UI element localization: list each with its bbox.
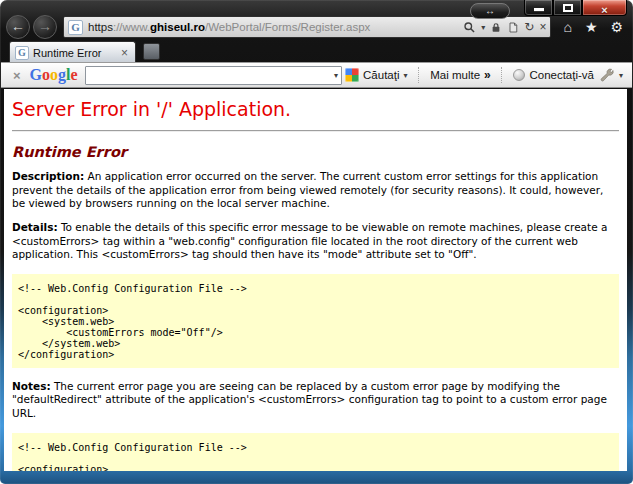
details-paragraph: Details: To enable the details of this s…	[12, 221, 619, 262]
maximize-icon	[563, 4, 573, 12]
search-icon[interactable]	[463, 21, 476, 34]
sign-in-label: Conectaţi-vă	[529, 69, 594, 81]
account-sphere-icon	[513, 69, 525, 81]
sign-in-button[interactable]: Conectaţi-vă	[513, 69, 594, 81]
description-label: Description:	[12, 170, 84, 182]
address-bar[interactable]: G https://www.ghiseul.ro/WebPortal/Forms…	[63, 16, 551, 38]
logo-letter: o	[42, 66, 50, 83]
url-scheme: https	[88, 21, 113, 33]
refresh-icon[interactable]: ↻	[524, 21, 534, 33]
browser-action-icons: ⌂ ★ ⚙	[563, 19, 623, 35]
resize-arrows-icon: ↔	[485, 5, 495, 16]
toolbar-settings-button[interactable]: ▾	[600, 68, 623, 83]
wrench-icon	[600, 68, 615, 83]
lock-icon	[490, 21, 502, 34]
google-logo[interactable]: Google	[30, 66, 78, 84]
search-dropdown-icon[interactable]: ▾	[481, 23, 485, 32]
stop-icon[interactable]: ×	[539, 21, 546, 33]
details-label: Details:	[12, 221, 58, 233]
more-button-label: Mai multe	[430, 69, 480, 81]
logo-letter: G	[30, 66, 42, 83]
url-text[interactable]: https://www.ghiseul.ro/WebPortal/Forms/R…	[88, 21, 457, 33]
logo-letter: e	[71, 66, 78, 83]
error-page-content: Server Error in '/' Application. Runtime…	[4, 89, 627, 471]
toolbar-search-input[interactable]	[89, 68, 334, 83]
new-tab-button[interactable]	[143, 43, 160, 60]
description-paragraph: Description: An application error occurr…	[12, 170, 619, 211]
tab-favicon: G	[15, 46, 29, 60]
favorites-star-icon[interactable]: ★	[585, 19, 598, 35]
close-icon: ×	[601, 4, 607, 16]
toolbar-search-button[interactable]: Căutaţi ▾	[345, 68, 407, 82]
minimize-icon	[534, 8, 544, 11]
web-config-code-block-1: <!-- Web.Config Configuration File --> <…	[12, 274, 619, 368]
notes-text: The current error page you are seeing ca…	[12, 380, 607, 419]
minimize-button[interactable]	[524, 0, 553, 16]
url-domain: ghiseul.ro	[150, 21, 205, 33]
details-text: To enable the details of this specific e…	[12, 221, 607, 260]
window-controls: ↔ ×	[470, 0, 627, 19]
google-search-icon	[345, 68, 359, 82]
tab-title: Runtime Error	[33, 47, 119, 59]
url-path: /WebPortal/Forms/Register.aspx	[205, 21, 370, 33]
resize-pill-button[interactable]: ↔	[470, 3, 510, 19]
page-title: Server Error in '/' Application.	[12, 98, 619, 120]
more-chevrons-icon: »	[484, 68, 491, 82]
url-www: ://www.	[113, 21, 150, 33]
more-button[interactable]: Mai multe »	[430, 68, 491, 82]
back-arrow-icon: ←	[11, 18, 25, 34]
divider	[12, 130, 619, 132]
search-button-dropdown-icon[interactable]: ▾	[404, 71, 408, 80]
web-config-code-block-2: <!-- Web.Config Configuration File --> <…	[12, 433, 619, 471]
close-button[interactable]: ×	[582, 0, 627, 16]
compatibility-view-icon[interactable]	[507, 21, 519, 34]
address-bar-icons: ▾ ↻ ×	[457, 21, 546, 34]
back-button[interactable]: ←	[6, 15, 30, 39]
toolbar-separator	[501, 67, 504, 83]
toolbar-separator	[418, 67, 421, 83]
tab-close-icon[interactable]: ×	[119, 47, 130, 59]
runtime-error-subtitle: Runtime Error	[12, 144, 619, 160]
tab-runtime-error[interactable]: G Runtime Error ×	[9, 41, 136, 63]
home-icon[interactable]: ⌂	[563, 19, 571, 35]
maximize-button[interactable]	[553, 0, 582, 16]
tools-gear-icon[interactable]: ⚙	[610, 19, 623, 35]
browser-window: ↔ × ← → G https://www.ghiseul.ro/WebPort…	[0, 0, 633, 484]
settings-dropdown-icon[interactable]: ▾	[619, 71, 623, 80]
forward-button[interactable]: →	[33, 15, 57, 39]
toolbar-close-icon[interactable]: ×	[13, 68, 21, 83]
description-text: An application error occurred on the ser…	[12, 170, 603, 209]
search-history-dropdown-icon[interactable]: ▾	[334, 71, 338, 80]
notes-paragraph: Notes: The current error page you are se…	[12, 380, 619, 421]
google-toolbar: × Google ▾ Căutaţi ▾ Mai multe » Conecta…	[1, 62, 632, 88]
logo-letter: o	[50, 66, 58, 83]
notes-label: Notes:	[12, 380, 51, 392]
search-button-label: Căutaţi	[363, 69, 399, 81]
toolbar-search-box[interactable]: ▾	[85, 66, 342, 85]
forward-arrow-icon: →	[38, 18, 52, 34]
logo-letter: g	[58, 66, 66, 83]
tab-bar: G Runtime Error ×	[0, 39, 633, 63]
site-favicon: G	[68, 20, 83, 35]
